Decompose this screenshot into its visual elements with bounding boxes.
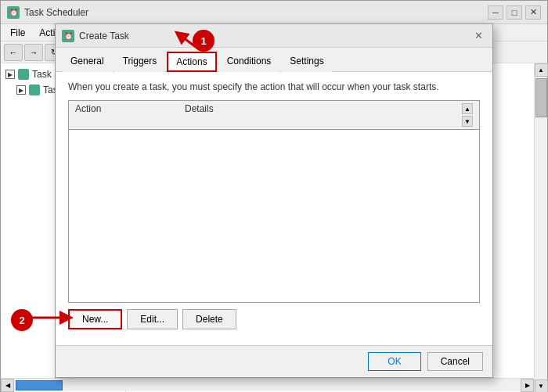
dialog-title-text: Create Task: [79, 31, 129, 41]
dialog-title-left: ⏰ Create Task: [62, 30, 129, 42]
delete-button[interactable]: Delete: [182, 309, 236, 329]
table-scroll-down[interactable]: ▼: [462, 116, 473, 127]
ts-close-btn[interactable]: ✕: [525, 5, 541, 20]
dialog-footer: OK Cancel: [56, 345, 492, 377]
bsb-right[interactable]: ▶: [521, 379, 534, 392]
ts-minimize-btn[interactable]: ─: [488, 5, 503, 20]
dialog-close-button[interactable]: ✕: [470, 28, 486, 44]
dialog-body: When you create a task, you must specify…: [56, 72, 492, 345]
action-table: Action Details ▲ ▼: [68, 100, 480, 303]
col-header-details: Details: [185, 103, 462, 127]
annotation-arrow-2: [27, 310, 74, 325]
menu-file[interactable]: File: [4, 26, 31, 40]
dialog-title-bar: ⏰ Create Task ✕: [56, 24, 492, 48]
new-button[interactable]: New...: [68, 309, 122, 329]
dialog-description: When you create a task, you must specify…: [68, 81, 480, 92]
ts-bottom-scrollbar: ◀ ▶: [1, 378, 534, 391]
action-table-body: [69, 130, 479, 302]
tab-general[interactable]: General: [62, 52, 113, 72]
rsb-down[interactable]: ▼: [535, 379, 548, 392]
bsb-left[interactable]: ◀: [1, 379, 14, 392]
ok-button[interactable]: OK: [368, 352, 420, 371]
ts-title-bar: ⏰ Task Scheduler ─ □ ✕: [1, 1, 547, 24]
tab-conditions[interactable]: Conditions: [218, 52, 280, 72]
cancel-button[interactable]: Cancel: [427, 352, 483, 371]
ts-title-text: Task Scheduler: [24, 7, 88, 18]
toolbar-forward[interactable]: →: [24, 44, 43, 61]
action-table-header: Action Details ▲ ▼: [69, 101, 479, 130]
dialog-tabs: General Triggers Actions Conditions Sett…: [56, 48, 492, 72]
bsb-thumb[interactable]: [16, 380, 63, 390]
tab-settings[interactable]: Settings: [281, 52, 332, 72]
ts-right-scrollbar: ▲ ▼: [534, 63, 547, 392]
create-task-dialog: ⏰ Create Task ✕ General Triggers Actions…: [55, 23, 493, 378]
table-scroll-up[interactable]: ▲: [462, 103, 473, 114]
dialog-title-icon: ⏰: [62, 30, 74, 42]
action-buttons-row: New... Edit... Delete: [68, 309, 480, 336]
col-header-action: Action: [75, 103, 185, 127]
rsb-thumb[interactable]: [535, 78, 547, 117]
annotation-2: 2: [11, 309, 33, 331]
ts-title-icon: ⏰: [7, 6, 20, 19]
toolbar-back[interactable]: ←: [4, 44, 23, 61]
ts-maximize-btn[interactable]: □: [507, 5, 522, 20]
annotation-1: 1: [193, 30, 215, 52]
edit-button[interactable]: Edit...: [127, 309, 178, 329]
rsb-up[interactable]: ▲: [535, 63, 548, 77]
